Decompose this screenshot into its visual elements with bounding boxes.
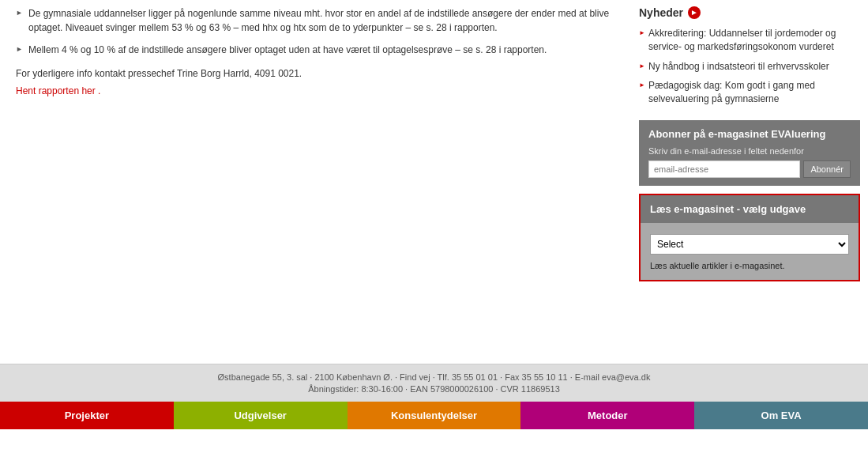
footer-line1: Østbanegade 55, 3. sal · 2100 København … xyxy=(8,372,860,382)
footer-info: Østbanegade 55, 3. sal · 2100 København … xyxy=(0,364,868,402)
email-input[interactable] xyxy=(648,160,800,178)
nav-item-konsulentydelser[interactable]: Konsulentydelser xyxy=(348,402,521,429)
abonner-form: Abonnér xyxy=(648,160,851,178)
news-item-3: Pædagogisk dag: Kom godt i gang med selv… xyxy=(639,79,860,106)
news-link-1[interactable]: Akkreditering: Uddannelser til jordemode… xyxy=(648,28,836,52)
bullet-item-2: Mellem 4 % og 10 % af de indstillede ans… xyxy=(16,43,615,57)
abonner-title: Abonner på e-magasinet EVAluering xyxy=(648,128,851,140)
emagasin-header: Læs e-magasinet - vælg udgave xyxy=(641,195,859,223)
nav-item-om-eva[interactable]: Om EVA xyxy=(694,402,868,429)
footer-line2: Åbningstider: 8:30-16:00 · EAN 579800002… xyxy=(8,384,860,394)
emagasin-desc: Læs aktuelle artikler i e-magasinet. xyxy=(650,261,849,270)
emagasin-body: Select Læs aktuelle artikler i e-magasin… xyxy=(641,234,859,270)
emagasin-box: Læs e-magasinet - vælg udgave Select Læs… xyxy=(639,194,860,281)
bottom-nav: Projekter Udgivelser Konsulentydelser Me… xyxy=(0,402,868,429)
news-link-3[interactable]: Pædagogisk dag: Kom godt i gang med selv… xyxy=(648,80,815,104)
abonner-button[interactable]: Abonnér xyxy=(803,160,851,178)
bullet-item-1: De gymnasiale uddannelser ligger på noge… xyxy=(16,6,615,35)
contact-text: For yderligere info kontakt pressechef T… xyxy=(16,68,615,79)
nav-item-udgivelser[interactable]: Udgivelser xyxy=(174,402,348,429)
nav-item-metoder[interactable]: Metoder xyxy=(520,402,694,429)
nyheder-title: Nyheder xyxy=(639,6,683,19)
news-item-1: Akkreditering: Uddannelser til jordemode… xyxy=(639,27,860,54)
news-list: Akkreditering: Uddannelser til jordemode… xyxy=(639,27,860,106)
nyheder-header: Nyheder ► xyxy=(639,6,860,19)
main-content: De gymnasiale uddannelser ligger på noge… xyxy=(0,0,631,364)
bullet-list: De gymnasiale uddannelser ligger på noge… xyxy=(16,6,615,57)
rapport-link[interactable]: Hent rapporten her . xyxy=(16,85,100,96)
right-sidebar: Nyheder ► Akkreditering: Uddannelser til… xyxy=(631,0,868,364)
news-link-2[interactable]: Ny håndbog i indsatsteori til erhvervssk… xyxy=(648,61,829,72)
abonner-desc: Skriv din e-mail-adresse i feltet nedenf… xyxy=(648,146,851,156)
nav-item-projekter[interactable]: Projekter xyxy=(0,402,174,429)
news-item-2: Ny håndbog i indsatsteori til erhvervssk… xyxy=(639,60,860,74)
abonner-box: Abonner på e-magasinet EVAluering Skriv … xyxy=(639,120,860,186)
nyheder-arrow-icon[interactable]: ► xyxy=(688,6,701,19)
emagasin-select[interactable]: Select xyxy=(650,234,849,255)
